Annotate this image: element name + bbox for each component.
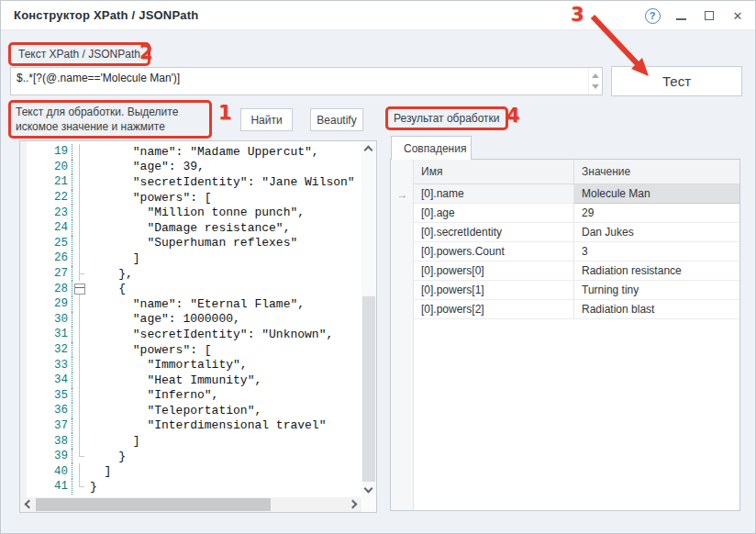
fold-marker-icon[interactable] bbox=[72, 312, 87, 328]
xpath-input-container: $..*[?(@.name=='Molecule Man')] bbox=[10, 67, 603, 95]
row-selector-cell[interactable] bbox=[391, 281, 414, 300]
fold-marker-icon[interactable] bbox=[72, 373, 87, 388]
fold-marker-icon[interactable] bbox=[72, 479, 87, 495]
code-text: "powers": [ bbox=[87, 191, 212, 205]
result-name-cell[interactable]: [0].age bbox=[414, 204, 573, 223]
code-text: "secretIdentity": "Unknown", bbox=[87, 328, 333, 341]
minimize-icon bbox=[676, 18, 686, 20]
fold-marker-icon[interactable] bbox=[72, 296, 87, 312]
fold-marker-icon[interactable] bbox=[72, 388, 87, 404]
code-text: "Inferno", bbox=[87, 388, 218, 402]
json-source-editor[interactable]: 19 "name": "Madame Uppercut", 20 "age": … bbox=[19, 140, 377, 513]
result-value-cell[interactable]: Radiation blast bbox=[573, 300, 739, 319]
fold-marker-icon[interactable] bbox=[72, 403, 87, 418]
fold-marker-icon[interactable] bbox=[72, 144, 87, 160]
table-row[interactable]: [0].powers[2] Radiation blast bbox=[391, 300, 739, 319]
results-table: Имя Значение → [0].name Molecule Man [0]… bbox=[390, 159, 740, 511]
fold-marker-icon[interactable] bbox=[72, 174, 87, 190]
result-value-cell[interactable]: Dan Jukes bbox=[573, 223, 739, 242]
result-name-cell[interactable]: [0].powers.Count bbox=[414, 242, 573, 261]
vertical-scroll-thumb[interactable] bbox=[362, 296, 375, 482]
fold-marker-icon[interactable] bbox=[72, 160, 87, 175]
table-row[interactable]: [0].age 29 bbox=[391, 204, 739, 223]
fold-marker-icon[interactable] bbox=[72, 433, 87, 449]
fold-marker-icon[interactable] bbox=[72, 281, 87, 296]
column-header-value[interactable]: Значение bbox=[573, 160, 739, 184]
code-text: ] bbox=[87, 464, 111, 478]
beautify-button[interactable]: Beautify bbox=[310, 108, 363, 131]
help-button[interactable]: ? bbox=[644, 7, 661, 24]
fold-marker-icon[interactable] bbox=[72, 220, 87, 236]
find-button[interactable]: Найти bbox=[240, 108, 293, 131]
row-selector-cell[interactable] bbox=[391, 261, 414, 281]
fold-marker-icon[interactable] bbox=[72, 418, 87, 434]
table-row[interactable]: [0].powers[0] Radiation resistance bbox=[391, 261, 739, 281]
xpath-input[interactable]: $..*[?(@.name=='Molecule Man')] bbox=[11, 68, 589, 95]
editor-line: 35 "Inferno", bbox=[27, 388, 361, 404]
row-selector-cell[interactable] bbox=[391, 204, 414, 223]
fold-marker-icon[interactable] bbox=[72, 342, 87, 358]
row-selector-cell[interactable] bbox=[391, 242, 414, 261]
maximize-icon bbox=[705, 11, 714, 20]
window-title: Конструктор XPath / JSONPath bbox=[14, 1, 198, 30]
line-number: 24 bbox=[27, 220, 72, 236]
table-row[interactable]: [0].powers.Count 3 bbox=[391, 242, 739, 261]
editor-line: 41 } bbox=[27, 479, 361, 495]
result-name-cell[interactable]: [0].name bbox=[414, 184, 573, 204]
test-button[interactable]: Тест bbox=[611, 66, 742, 96]
result-name-cell[interactable]: [0].powers[2] bbox=[414, 300, 573, 319]
result-name-cell[interactable]: [0].secretIdentity bbox=[414, 223, 573, 242]
maximize-button[interactable] bbox=[701, 7, 717, 24]
fold-marker-icon[interactable] bbox=[72, 327, 87, 342]
table-row[interactable]: → [0].name Molecule Man bbox=[391, 184, 739, 204]
xpath-input-spinner[interactable] bbox=[588, 68, 602, 95]
line-number: 28 bbox=[27, 281, 72, 296]
line-number: 25 bbox=[27, 236, 72, 251]
close-button[interactable]: ✕ bbox=[729, 7, 746, 24]
editor-lines[interactable]: 19 "name": "Madame Uppercut", 20 "age": … bbox=[27, 144, 361, 497]
line-number: 40 bbox=[27, 463, 72, 479]
result-value-cell[interactable]: Molecule Man bbox=[573, 184, 739, 204]
result-value-cell[interactable]: 29 bbox=[573, 204, 739, 223]
editor-line: 38 ] bbox=[27, 433, 361, 449]
line-number: 37 bbox=[27, 418, 72, 434]
fold-marker-icon[interactable] bbox=[72, 449, 87, 464]
editor-horizontal-scrollbar[interactable] bbox=[20, 497, 361, 512]
fold-marker-icon[interactable] bbox=[72, 236, 87, 251]
line-number: 35 bbox=[27, 388, 72, 404]
editor-line: 34 "Heat Immunity", bbox=[27, 373, 361, 388]
fold-marker-icon[interactable] bbox=[72, 266, 87, 282]
xpath-constructor-window: Конструктор XPath / JSONPath ? ✕ Текст X… bbox=[0, 0, 756, 534]
line-number: 27 bbox=[27, 266, 72, 282]
row-selector-cell[interactable] bbox=[391, 300, 414, 319]
row-selector-cell[interactable] bbox=[391, 223, 414, 242]
horizontal-scroll-thumb[interactable] bbox=[36, 498, 271, 511]
result-value-cell[interactable]: Turning tiny bbox=[573, 281, 739, 300]
result-name-cell[interactable]: [0].powers[0] bbox=[414, 261, 573, 281]
fold-marker-icon[interactable] bbox=[72, 250, 87, 266]
minimize-button[interactable] bbox=[673, 7, 689, 24]
line-number: 19 bbox=[27, 144, 72, 160]
code-text: } bbox=[87, 450, 126, 463]
tab-matches[interactable]: Совпадения bbox=[391, 136, 472, 160]
result-value-cell[interactable]: Radiation resistance bbox=[573, 261, 739, 281]
editor-line: 29 "name": "Eternal Flame", bbox=[27, 296, 361, 312]
fold-marker-icon[interactable] bbox=[72, 463, 87, 479]
fold-marker-icon[interactable] bbox=[72, 205, 87, 220]
editor-vertical-scrollbar[interactable] bbox=[361, 141, 376, 497]
fold-marker-icon[interactable] bbox=[72, 357, 87, 373]
editor-line: 26 ] bbox=[27, 250, 361, 266]
line-number: 30 bbox=[27, 312, 72, 328]
result-name-cell[interactable]: [0].powers[1] bbox=[414, 281, 573, 300]
help-icon: ? bbox=[645, 8, 661, 24]
editor-line: 30 "age": 1000000, bbox=[27, 312, 361, 328]
result-value-cell[interactable]: 3 bbox=[573, 242, 739, 261]
table-row[interactable]: [0].secretIdentity Dan Jukes bbox=[391, 223, 739, 242]
row-selector-cell[interactable]: → bbox=[391, 184, 414, 204]
column-header-name[interactable]: Имя bbox=[414, 160, 573, 184]
editor-line: 20 "age": 39, bbox=[27, 160, 361, 175]
table-row[interactable]: [0].powers[1] Turning tiny bbox=[391, 281, 739, 300]
editor-line: 19 "name": "Madame Uppercut", bbox=[27, 144, 361, 160]
annotation-3: 3 bbox=[571, 4, 584, 26]
fold-marker-icon[interactable] bbox=[72, 190, 87, 206]
